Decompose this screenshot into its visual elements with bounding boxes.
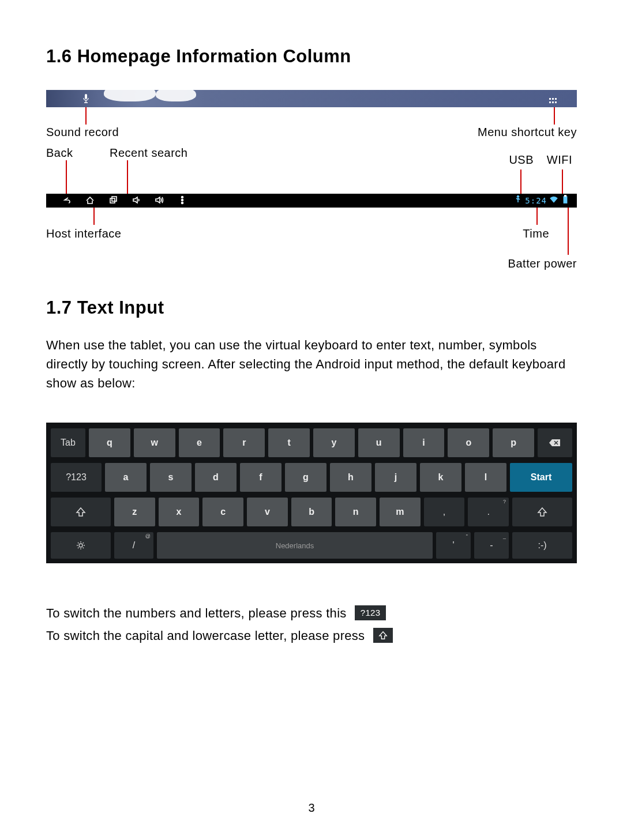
- microphone-icon[interactable]: [82, 93, 89, 106]
- key-w[interactable]: w: [134, 428, 175, 457]
- heading-17: 1.7 Text Input: [46, 297, 577, 318]
- pointer-line: [66, 160, 67, 194]
- pointer-line: [85, 107, 87, 125]
- key-f[interactable]: f: [240, 463, 282, 492]
- key-h[interactable]: h: [330, 463, 371, 492]
- key-z[interactable]: z: [114, 498, 155, 526]
- key-period[interactable]: .: [468, 498, 509, 526]
- key-smile[interactable]: :-): [512, 532, 572, 559]
- key-dash[interactable]: -: [474, 532, 509, 559]
- pointer-line: [127, 160, 128, 194]
- virtual-keyboard: Tab q w e r t y u i o p ?123 a s d f g h…: [46, 423, 577, 563]
- key-l[interactable]: l: [465, 463, 506, 492]
- key-settings[interactable]: [51, 532, 111, 559]
- wifi-icon: [549, 195, 558, 206]
- svg-rect-5: [552, 101, 554, 103]
- svg-rect-8: [112, 197, 117, 201]
- inline-key-shift: [373, 628, 393, 643]
- svg-rect-12: [564, 196, 568, 204]
- key-shift-left[interactable]: [51, 498, 111, 526]
- pointer-line: [93, 208, 95, 225]
- system-nav-bar: 5:24: [46, 194, 577, 208]
- svg-point-11: [182, 202, 183, 204]
- key-j[interactable]: j: [375, 463, 416, 492]
- key-123[interactable]: ?123: [51, 463, 102, 492]
- time-text: 5:24: [525, 196, 547, 205]
- recent-apps-icon[interactable]: [108, 195, 118, 207]
- footer-line-1: To switch the numbers and letters, pleas…: [46, 606, 347, 620]
- usb-icon: [513, 195, 523, 206]
- volume-up-icon[interactable]: [155, 195, 164, 207]
- key-s[interactable]: s: [150, 463, 192, 492]
- svg-point-14: [79, 544, 82, 547]
- key-q[interactable]: q: [89, 428, 130, 457]
- key-start[interactable]: Start: [510, 463, 572, 492]
- volume-down-icon[interactable]: [132, 195, 141, 207]
- label-menu-shortcut: Menu shortcut key: [478, 126, 577, 139]
- key-tab[interactable]: Tab: [51, 428, 85, 457]
- pointer-line: [554, 107, 555, 125]
- key-b[interactable]: b: [291, 498, 332, 526]
- key-i[interactable]: i: [403, 428, 445, 457]
- pointer-line: [520, 169, 521, 194]
- svg-rect-2: [552, 98, 554, 100]
- key-m[interactable]: m: [380, 498, 421, 526]
- pointer-line: [568, 208, 569, 255]
- key-shift-right[interactable]: [512, 498, 572, 526]
- paragraph-17: When use the tablet, you can use the vir…: [46, 336, 577, 393]
- inline-key-123: ?123: [355, 605, 386, 620]
- key-t[interactable]: t: [268, 428, 310, 457]
- label-usb: USB: [509, 153, 534, 167]
- pointer-line: [536, 208, 538, 225]
- svg-point-10: [182, 199, 183, 201]
- battery-icon: [561, 195, 570, 206]
- svg-rect-6: [555, 101, 557, 103]
- svg-rect-13: [565, 195, 566, 196]
- homepage-info-diagram: Sound record Menu shortcut key Back Rece…: [46, 84, 577, 280]
- key-o[interactable]: o: [448, 428, 489, 457]
- top-status-bar: [46, 90, 577, 107]
- heading-16: 1.6 Homepage Information Column: [46, 46, 577, 67]
- svg-rect-3: [555, 98, 557, 100]
- home-icon[interactable]: [85, 195, 95, 207]
- footer-line-2: To switch the capital and lowercase lett…: [46, 628, 365, 643]
- key-r[interactable]: r: [223, 428, 265, 457]
- svg-rect-4: [549, 101, 551, 103]
- key-n[interactable]: n: [335, 498, 376, 526]
- key-a[interactable]: a: [105, 463, 147, 492]
- svg-rect-1: [549, 98, 551, 100]
- label-wifi: WIFI: [547, 153, 572, 167]
- key-backspace[interactable]: [538, 428, 572, 457]
- svg-point-9: [182, 197, 183, 198]
- label-batter-power: Batter power: [508, 257, 577, 270]
- label-host-interface: Host interface: [46, 227, 121, 240]
- svg-rect-0: [85, 94, 87, 99]
- key-u[interactable]: u: [358, 428, 400, 457]
- pointer-line: [562, 169, 563, 194]
- label-back: Back: [46, 146, 73, 160]
- app-grid-icon[interactable]: [549, 96, 557, 106]
- label-recent-search: Recent search: [110, 146, 187, 160]
- key-v[interactable]: v: [247, 498, 288, 526]
- label-sound-record: Sound record: [46, 126, 119, 139]
- key-g[interactable]: g: [285, 463, 326, 492]
- key-apostrophe[interactable]: ': [436, 532, 471, 559]
- label-time: Time: [523, 227, 549, 240]
- key-p[interactable]: p: [493, 428, 534, 457]
- key-x[interactable]: x: [159, 498, 200, 526]
- key-c[interactable]: c: [202, 498, 243, 526]
- svg-rect-7: [110, 198, 115, 203]
- key-d[interactable]: d: [195, 463, 237, 492]
- key-slash[interactable]: /: [114, 532, 153, 559]
- key-k[interactable]: k: [420, 463, 461, 492]
- more-icon[interactable]: [178, 195, 187, 207]
- page-number: 3: [0, 801, 623, 815]
- back-icon[interactable]: [62, 195, 72, 207]
- key-space[interactable]: Nederlands: [157, 532, 433, 559]
- key-e[interactable]: e: [179, 428, 220, 457]
- key-comma[interactable]: ,: [424, 498, 465, 526]
- key-y[interactable]: y: [313, 428, 355, 457]
